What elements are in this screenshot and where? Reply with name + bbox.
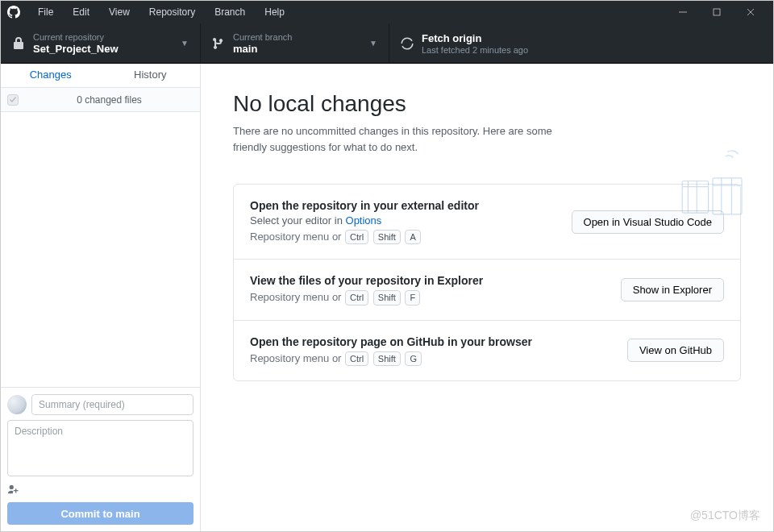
show-explorer-button[interactable]: Show in Explorer (621, 278, 724, 301)
add-person-icon (7, 484, 19, 495)
svg-rect-2 (713, 178, 742, 214)
card-sub: Select your editor in Options (250, 214, 572, 227)
changes-list (1, 112, 200, 387)
empty-illustration (676, 144, 749, 225)
titlebar: File Edit View Repository Branch Help (1, 1, 773, 23)
app-logo (7, 6, 20, 19)
menu-repository[interactable]: Repository (141, 5, 203, 19)
current-branch-dropdown[interactable]: Current branch main ▼ (201, 23, 389, 63)
commit-button[interactable]: Commit to main (7, 502, 194, 525)
card-open-editor: Open the repository in your external edi… (234, 185, 740, 260)
view-github-button[interactable]: View on GitHub (627, 339, 724, 362)
card-title: Open the repository in your external edi… (250, 199, 572, 212)
close-button[interactable] (734, 2, 767, 22)
tab-changes[interactable]: Changes (1, 64, 101, 87)
chevron-down-icon: ▼ (181, 39, 189, 48)
add-coauthor-button[interactable] (7, 484, 194, 497)
menu-file[interactable]: File (30, 5, 61, 19)
tab-history[interactable]: History (101, 64, 201, 87)
menu-help[interactable]: Help (256, 5, 293, 19)
fetch-origin-button[interactable]: Fetch origin Last fetched 2 minutes ago (389, 23, 773, 63)
fetch-sub: Last fetched 2 minutes ago (422, 45, 762, 55)
suggestion-cards: Open the repository in your external edi… (233, 184, 741, 381)
svg-rect-1 (682, 181, 708, 214)
card-show-explorer: View the files of your repository in Exp… (234, 260, 740, 320)
branch-name: main (233, 43, 369, 55)
card-view-github: Open the repository page on GitHub in yo… (234, 321, 740, 380)
toolbar: Current repository Set_Project_New ▼ Cur… (1, 23, 773, 64)
current-repository-dropdown[interactable]: Current repository Set_Project_New ▼ (1, 23, 201, 63)
menu-view[interactable]: View (101, 5, 138, 19)
commit-summary-input[interactable] (31, 394, 194, 415)
card-hint: Repository menu or Ctrl Shift F (250, 290, 621, 305)
commit-description-input[interactable] (7, 420, 194, 476)
select-all-checkbox[interactable] (7, 94, 19, 106)
minimize-button[interactable] (667, 2, 699, 22)
menu-branch[interactable]: Branch (206, 5, 253, 19)
lock-icon (12, 37, 25, 50)
sync-icon (401, 37, 414, 50)
window-controls (667, 2, 767, 22)
chevron-down-icon: ▼ (369, 39, 377, 48)
branch-label: Current branch (233, 32, 369, 42)
page-subtitle: There are no uncommitted changes in this… (233, 123, 580, 155)
card-title: View the files of your repository in Exp… (250, 274, 621, 287)
check-icon (9, 96, 17, 104)
watermark: @51CTO博客 (690, 509, 760, 523)
app-menu: File Edit View Repository Branch Help (30, 5, 667, 19)
options-link[interactable]: Options (346, 214, 382, 227)
repo-label: Current repository (33, 32, 181, 42)
card-hint: Repository menu or Ctrl Shift A (250, 230, 572, 244)
card-hint: Repository menu or Ctrl Shift G (250, 351, 627, 366)
main-panel: No local changes There are no uncommitte… (201, 64, 773, 531)
repo-name: Set_Project_New (33, 43, 181, 55)
maximize-button[interactable] (701, 2, 733, 22)
content: Changes History 0 changed files Commit t… (1, 64, 773, 531)
fetch-label: Fetch origin (422, 32, 762, 44)
card-title: Open the repository page on GitHub in yo… (250, 335, 627, 348)
branch-icon (212, 37, 225, 50)
svg-rect-0 (714, 9, 720, 15)
sidebar-tabs: Changes History (1, 64, 200, 88)
commit-form: Commit to main (1, 387, 200, 531)
changed-files-count: 0 changed files (25, 94, 194, 106)
sidebar: Changes History 0 changed files Commit t… (1, 64, 201, 531)
changes-header: 0 changed files (1, 88, 200, 112)
menu-edit[interactable]: Edit (64, 5, 98, 19)
page-title: No local changes (233, 91, 741, 117)
avatar (7, 395, 27, 414)
